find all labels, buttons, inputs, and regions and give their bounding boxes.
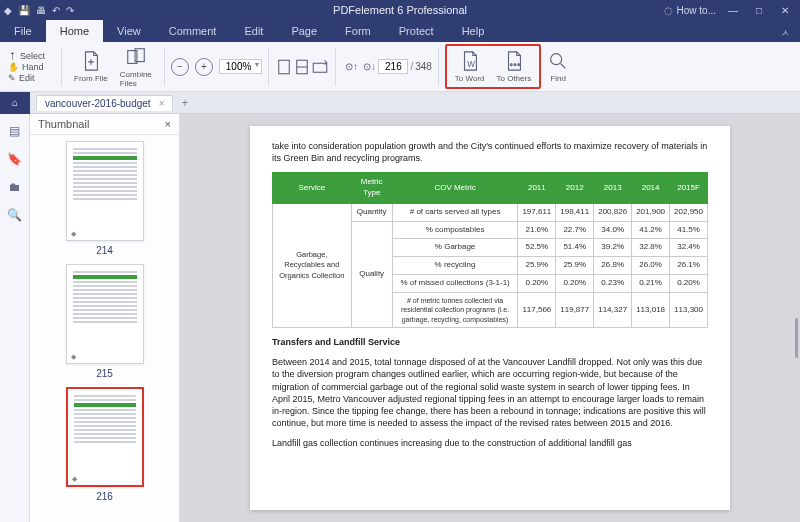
menu-view[interactable]: View <box>103 20 155 42</box>
thumbnails-icon[interactable]: ▤ <box>9 124 20 138</box>
paragraph: Landfill gas collection continues increa… <box>272 437 708 449</box>
service-cell: Garbage, Recyclables and Organics Collec… <box>273 203 352 327</box>
menu-edit[interactable]: Edit <box>230 20 277 42</box>
zoom-combo[interactable]: 100% <box>219 59 263 74</box>
titlebar: ◆ 💾 🖶 ↶ ↷ PDFelement 6 Professional ◌How… <box>0 0 800 20</box>
th: COV Metric <box>392 173 518 204</box>
combine-icon <box>125 46 147 68</box>
howto-link[interactable]: ◌How to... <box>664 5 716 16</box>
home-tab-button[interactable]: ⌂ <box>0 92 30 114</box>
close-button[interactable]: ✕ <box>776 3 794 17</box>
paragraph: Between 2014 and 2015, total tonnage dis… <box>272 356 708 429</box>
search-panel-icon[interactable]: 🔍 <box>7 208 22 222</box>
maximize-button[interactable]: □ <box>750 3 768 17</box>
combine-files-button[interactable]: Combine Files <box>114 44 158 90</box>
print-icon[interactable]: 🖶 <box>36 5 46 16</box>
thumbnail-number: 215 <box>66 368 144 379</box>
menu-page[interactable]: Page <box>277 20 331 42</box>
thumbnail-number: 216 <box>66 491 144 502</box>
thumbnail-panel: Thumbnail × ◆ 214 ◆ 215 ◆ 216 <box>30 114 180 522</box>
table-row: Garbage, Recyclables and Organics Collec… <box>273 203 708 221</box>
metrics-table: Service Metric Type COV Metric 2011 2012… <box>272 172 708 328</box>
menu-comment[interactable]: Comment <box>155 20 231 42</box>
document-tab[interactable]: vancouver-2016-budget × <box>36 95 173 111</box>
heading: Transfers and Landfill Service <box>272 336 708 348</box>
page-content: take into consideration population growt… <box>250 126 730 510</box>
add-tab-button[interactable]: + <box>181 96 188 110</box>
document-tab-label: vancouver-2016-budget <box>45 98 151 109</box>
minimize-button[interactable]: — <box>724 3 742 17</box>
app-logo-icon: ◆ <box>4 5 12 16</box>
cursor-icon: ⭡ <box>8 51 17 61</box>
th: 2014 <box>632 173 670 204</box>
svg-point-8 <box>518 64 520 66</box>
svg-point-9 <box>551 54 562 65</box>
paragraph: take into consideration population growt… <box>272 140 708 164</box>
menu-form[interactable]: Form <box>331 20 385 42</box>
edit-tool[interactable]: ✎Edit <box>8 73 35 83</box>
search-icon <box>547 50 569 72</box>
menubar: File Home View Comment Edit Page Form Pr… <box>0 20 800 42</box>
hand-icon: ✋ <box>8 62 19 72</box>
rotate-view-button[interactable] <box>311 58 329 76</box>
file-plus-icon <box>80 50 102 72</box>
svg-point-6 <box>510 64 512 66</box>
svg-point-7 <box>514 64 516 66</box>
zoom-out-button[interactable]: − <box>171 58 189 76</box>
page-sep: / <box>410 61 413 72</box>
hand-tool[interactable]: ✋Hand <box>8 62 44 72</box>
pencil-icon: ✎ <box>8 73 16 83</box>
thumbnail-panel-title: Thumbnail <box>38 118 89 130</box>
word-file-icon: W <box>459 50 481 72</box>
menu-protect[interactable]: Protect <box>385 20 448 42</box>
find-button[interactable]: Find <box>541 48 575 85</box>
close-thumbnail-panel-icon[interactable]: × <box>165 118 171 130</box>
th: 2011 <box>518 173 556 204</box>
thumbnail-list[interactable]: ◆ 214 ◆ 215 ◆ 216 <box>30 135 179 522</box>
th: Service <box>273 173 352 204</box>
scrollbar[interactable] <box>795 318 798 358</box>
ribbon: ⭡Select ✋Hand ✎Edit From File Combine Fi… <box>0 42 800 92</box>
redo-icon[interactable]: ↷ <box>66 5 74 16</box>
others-file-icon <box>503 50 525 72</box>
thumbnail-item[interactable]: ◆ 214 <box>66 141 144 256</box>
fit-width-button[interactable] <box>293 58 311 76</box>
zoom-in-button[interactable]: + <box>195 58 213 76</box>
convert-highlight: W To Word To Others <box>445 44 541 89</box>
attachments-icon[interactable]: 🖿 <box>9 180 21 194</box>
menu-home[interactable]: Home <box>46 20 103 42</box>
menu-help[interactable]: Help <box>448 20 499 42</box>
page-up-button[interactable]: ⊙↑ <box>342 58 360 76</box>
select-tool[interactable]: ⭡Select <box>8 51 45 61</box>
to-others-button[interactable]: To Others <box>491 48 538 85</box>
app-title: PDFelement 6 Professional <box>333 4 467 16</box>
page-down-button[interactable]: ⊙↓ <box>360 58 378 76</box>
thumbnail-item[interactable]: ◆ 216 <box>66 387 144 502</box>
th: 2012 <box>556 173 594 204</box>
bookmarks-icon[interactable]: 🔖 <box>7 152 22 166</box>
tabstrip: ⌂ vancouver-2016-budget × + <box>0 92 800 114</box>
th: 2013 <box>594 173 632 204</box>
th: 2015F <box>670 173 708 204</box>
svg-rect-2 <box>279 60 290 74</box>
home-icon: ⌂ <box>12 97 18 108</box>
to-word-button[interactable]: W To Word <box>449 48 491 85</box>
thumbnail-item[interactable]: ◆ 215 <box>66 264 144 379</box>
svg-text:W: W <box>467 60 475 69</box>
page-total: 348 <box>415 61 432 72</box>
bulb-icon: ◌ <box>664 5 673 16</box>
from-file-button[interactable]: From File <box>68 48 114 85</box>
page-viewport[interactable]: take into consideration population growt… <box>180 114 800 522</box>
collapse-ribbon-icon[interactable]: ㅅ <box>781 27 790 40</box>
metric-type-cell: Quantity <box>351 203 392 221</box>
th: Metric Type <box>351 173 392 204</box>
metric-type-cell: Quality <box>351 221 392 328</box>
sidebar-tools: ▤ 🔖 🖿 🔍 <box>0 114 30 522</box>
save-icon[interactable]: 💾 <box>18 5 30 16</box>
fit-page-button[interactable] <box>275 58 293 76</box>
menu-file[interactable]: File <box>0 20 46 42</box>
page-number-input[interactable] <box>378 59 408 74</box>
thumbnail-number: 214 <box>66 245 144 256</box>
undo-icon[interactable]: ↶ <box>52 5 60 16</box>
close-tab-icon[interactable]: × <box>159 98 165 109</box>
